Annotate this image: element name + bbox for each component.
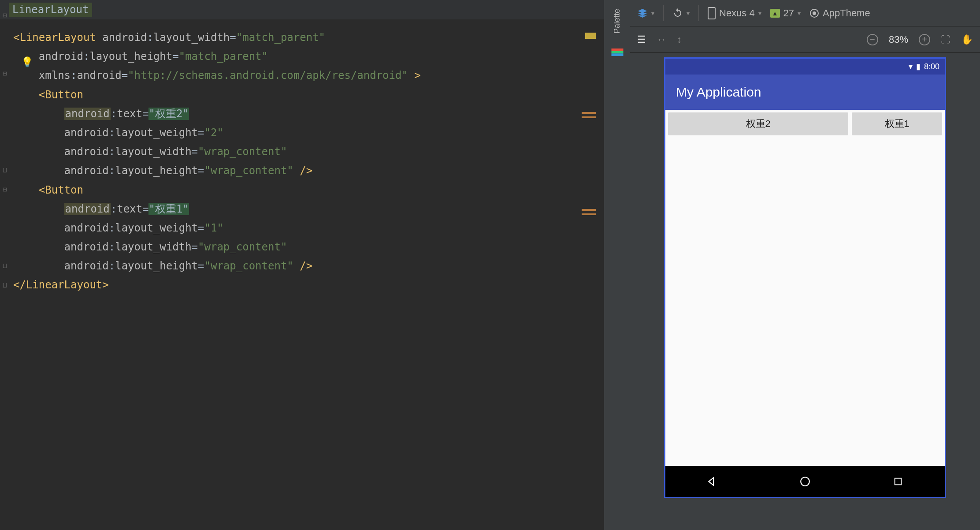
phone-icon <box>708 7 716 19</box>
theme-name: AppTheme <box>823 7 870 19</box>
nav-recent-icon[interactable] <box>889 473 907 490</box>
chevron-down-icon: ▾ <box>651 10 654 17</box>
android-icon: ▲ <box>770 9 780 18</box>
layers-dropdown[interactable]: ▾ <box>637 8 654 19</box>
palette-sidebar: Palette <box>604 0 630 530</box>
chevron-down-icon: ▾ <box>798 10 801 17</box>
preview-toolbar: ▾ ▾ Nexus 4 ▾ ▲ 27 ▾ AppTheme <box>630 0 980 26</box>
svg-rect-2 <box>611 53 623 56</box>
app-bar: My Application <box>665 75 945 110</box>
device-name: Nexus 4 <box>719 7 755 19</box>
chevron-down-icon: ▾ <box>758 10 761 17</box>
wifi-icon: ▾ <box>909 62 913 71</box>
fit-screen-icon[interactable]: ⛶ <box>941 34 950 45</box>
device-preview[interactable]: ▾ ▮ 8:00 My Application 权重2 权重1 <box>664 57 946 498</box>
svg-rect-0 <box>611 49 623 51</box>
zoom-out-button[interactable]: − <box>867 34 878 45</box>
breadcrumb-item[interactable]: LinearLayout <box>9 3 92 17</box>
api-level: 27 <box>783 7 794 19</box>
svg-rect-1 <box>611 51 623 54</box>
svg-point-5 <box>813 11 816 15</box>
resize-vertical-icon[interactable]: ↕ <box>677 34 682 45</box>
code-editor[interactable]: <LinearLayout android:layout_width="matc… <box>0 19 604 304</box>
orientation-dropdown[interactable]: ▾ <box>672 8 690 19</box>
app-title: My Application <box>676 85 761 100</box>
editor-pane: LinearLayout ⊟ ⊟ ⊔ ⊟ ⊔ ⊔ 💡 <LinearLayout… <box>0 0 604 530</box>
rotate-icon <box>672 8 683 19</box>
separator <box>698 5 699 21</box>
nav-bar <box>665 466 945 497</box>
theme-dropdown[interactable]: AppTheme <box>809 7 870 19</box>
zoom-level: 83% <box>889 34 908 45</box>
api-dropdown[interactable]: ▲ 27 ▾ <box>770 7 801 19</box>
theme-icon <box>809 8 819 18</box>
preview-controls: ☰ ↔ ↕ − 83% + ⛶ ✋ <box>630 26 980 53</box>
device-dropdown[interactable]: Nexus 4 ▾ <box>708 7 761 19</box>
zoom-in-button[interactable]: + <box>919 34 930 45</box>
status-bar: ▾ ▮ 8:00 <box>665 59 945 75</box>
preview-pane: ▾ ▾ Nexus 4 ▾ ▲ 27 ▾ AppTheme ☰ ↔ ↕ − 83… <box>630 0 980 530</box>
nav-back-icon[interactable] <box>703 473 721 490</box>
pan-icon[interactable]: ✋ <box>961 34 973 45</box>
svg-rect-7 <box>895 478 902 485</box>
device-content: 权重2 权重1 <box>665 110 945 466</box>
svg-rect-3 <box>708 7 715 19</box>
separator <box>663 5 664 21</box>
clock: 8:00 <box>924 62 939 71</box>
svg-point-6 <box>801 477 809 486</box>
palette-tab[interactable]: Palette <box>612 9 622 34</box>
battery-icon: ▮ <box>916 62 921 71</box>
layers-icon <box>637 8 648 19</box>
palette-icon <box>611 49 624 56</box>
nav-home-icon[interactable] <box>796 473 814 490</box>
resize-horizontal-icon[interactable]: ↔ <box>657 34 666 45</box>
preview-button-weight2[interactable]: 权重2 <box>668 112 848 135</box>
breadcrumb[interactable]: LinearLayout <box>0 0 604 19</box>
fold-icon[interactable]: ⊟ <box>3 11 7 19</box>
preview-button-weight1[interactable]: 权重1 <box>852 112 942 135</box>
chevron-down-icon: ▾ <box>687 10 690 17</box>
view-mode-icon[interactable]: ☰ <box>637 34 646 45</box>
